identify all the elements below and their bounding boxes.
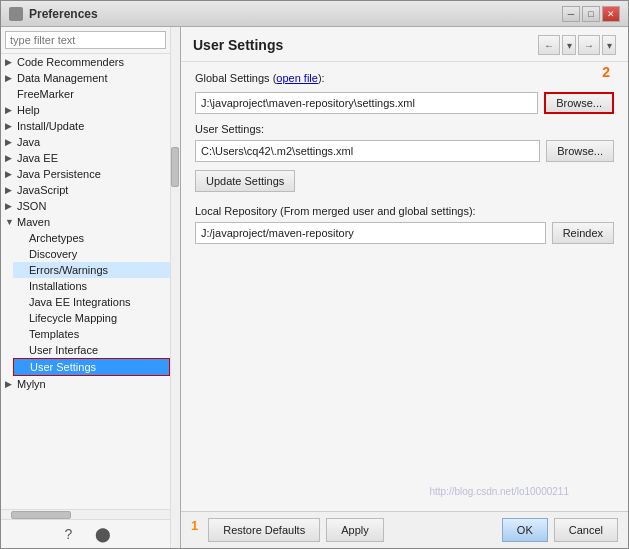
sidebar-item-java-ee[interactable]: ▶ Java EE: [1, 150, 170, 166]
sidebar-item-label: Installations: [29, 280, 87, 292]
expand-arrow: ▶: [5, 105, 17, 115]
vertical-scrollbar[interactable]: [170, 27, 180, 548]
update-settings-button[interactable]: Update Settings: [195, 170, 295, 192]
sidebar-item-label: Data Management: [17, 72, 108, 84]
sidebar-item-discovery[interactable]: Discovery: [13, 246, 170, 262]
filter-input[interactable]: [5, 31, 166, 49]
apply-button[interactable]: Apply: [326, 518, 384, 542]
sidebar-item-installations[interactable]: Installations: [13, 278, 170, 294]
minimize-button[interactable]: ─: [562, 6, 580, 22]
restore-defaults-button[interactable]: Restore Defaults: [208, 518, 320, 542]
browse-button-2[interactable]: Browse...: [546, 140, 614, 162]
forward-dropdown[interactable]: ▾: [602, 35, 616, 55]
main-panel: User Settings ← ▾ → ▾ 2 Global Settings …: [181, 27, 628, 548]
badge-2: 2: [602, 64, 610, 80]
sidebar-item-label: Java Persistence: [17, 168, 101, 180]
sidebar-item-label: Java EE: [17, 152, 58, 164]
cancel-button[interactable]: Cancel: [554, 518, 618, 542]
expand-arrow: ▶: [5, 73, 17, 83]
scrollbar-thumb[interactable]: [11, 511, 71, 519]
sidebar-item-java[interactable]: ▶ Java: [1, 134, 170, 150]
local-repo-input[interactable]: [195, 222, 546, 244]
sidebar-item-mylyn[interactable]: ▶ Mylyn: [1, 376, 170, 392]
sidebar-item-install-update[interactable]: ▶ Install/Update: [1, 118, 170, 134]
expand-arrow: ▶: [5, 379, 17, 389]
expand-arrow: ▶: [5, 201, 17, 211]
sidebar-item-help[interactable]: ▶ Help: [1, 102, 170, 118]
open-file-link[interactable]: open file: [276, 72, 318, 84]
sidebar-item-label: JavaScript: [17, 184, 68, 196]
back-button[interactable]: ←: [538, 35, 560, 55]
sidebar: ▶ Code Recommenders ▶ Data Management Fr…: [1, 27, 181, 548]
expand-arrow: ▶: [5, 169, 17, 179]
sidebar-item-label: User Settings: [30, 361, 96, 373]
horizontal-scrollbar[interactable]: [1, 509, 170, 519]
sidebar-item-label: Lifecycle Mapping: [29, 312, 117, 324]
back-dropdown[interactable]: ▾: [562, 35, 576, 55]
window-controls: ─ □ ✕: [562, 6, 620, 22]
sidebar-item-code-recommenders[interactable]: ▶ Code Recommenders: [1, 54, 170, 70]
expand-arrow: ▶: [5, 153, 17, 163]
close-button[interactable]: ✕: [602, 6, 620, 22]
sidebar-item-label: FreeMarker: [17, 88, 74, 100]
scrollbar-thumb[interactable]: [171, 147, 179, 187]
page-title: User Settings: [193, 37, 283, 53]
filter-box: [1, 27, 170, 54]
tree-area: ▶ Code Recommenders ▶ Data Management Fr…: [1, 54, 170, 509]
forward-button[interactable]: →: [578, 35, 600, 55]
user-settings-label: User Settings:: [195, 123, 264, 135]
expand-arrow: ▶: [5, 121, 17, 131]
user-settings-input[interactable]: [195, 140, 540, 162]
global-settings-label: Global Settings (open file):: [195, 72, 325, 84]
maximize-button[interactable]: □: [582, 6, 600, 22]
sidebar-item-label: Errors/Warnings: [29, 264, 108, 276]
sidebar-item-lifecycle-mapping[interactable]: Lifecycle Mapping: [13, 310, 170, 326]
global-settings-row: Browse...: [195, 92, 614, 114]
sidebar-item-archetypes[interactable]: Archetypes: [13, 230, 170, 246]
sidebar-item-label: Discovery: [29, 248, 77, 260]
user-settings-row: Browse...: [195, 140, 614, 162]
sidebar-item-label: Mylyn: [17, 378, 46, 390]
sidebar-item-java-ee-integration[interactable]: Java EE Integrations: [13, 294, 170, 310]
main-header: User Settings ← ▾ → ▾: [181, 27, 628, 62]
sidebar-item-java-persistence[interactable]: ▶ Java Persistence: [1, 166, 170, 182]
sidebar-item-user-settings[interactable]: User Settings: [13, 358, 170, 376]
badge-1: 1: [191, 518, 198, 542]
sidebar-item-label: Help: [17, 104, 40, 116]
main-content: 2 Global Settings (open file): Browse...…: [181, 62, 628, 511]
info-icon-button[interactable]: ⬤: [91, 524, 115, 544]
sidebar-item-label: Archetypes: [29, 232, 84, 244]
main-footer: 1 Restore Defaults Apply OK Cancel: [181, 511, 628, 548]
content-area: ▶ Code Recommenders ▶ Data Management Fr…: [1, 27, 628, 548]
sidebar-item-label: Install/Update: [17, 120, 84, 132]
help-icon-button[interactable]: ?: [57, 524, 81, 544]
sidebar-item-errors-warnings[interactable]: Errors/Warnings: [13, 262, 170, 278]
ok-button[interactable]: OK: [502, 518, 548, 542]
expand-arrow: ▶: [5, 57, 17, 67]
sidebar-item-label: Maven: [17, 216, 50, 228]
local-repo-row: Reindex: [195, 222, 614, 244]
sidebar-item-templates[interactable]: Templates: [13, 326, 170, 342]
sidebar-item-user-interface[interactable]: User Interface: [13, 342, 170, 358]
expand-arrow: ▼: [5, 217, 17, 227]
reindex-button[interactable]: Reindex: [552, 222, 614, 244]
local-repo-label: Local Repository (From merged user and g…: [195, 205, 476, 217]
expand-arrow: ▶: [5, 185, 17, 195]
sidebar-item-label: Java EE Integrations: [29, 296, 131, 308]
sidebar-item-maven[interactable]: ▼ Maven: [1, 214, 170, 230]
sidebar-item-json[interactable]: ▶ JSON: [1, 198, 170, 214]
window-icon: [9, 7, 23, 21]
expand-arrow: ▶: [5, 137, 17, 147]
window-title: Preferences: [29, 7, 98, 21]
title-bar: Preferences ─ □ ✕: [1, 1, 628, 27]
sidebar-item-freemarker[interactable]: FreeMarker: [1, 86, 170, 102]
sidebar-item-label: Code Recommenders: [17, 56, 124, 68]
sidebar-item-data-management[interactable]: ▶ Data Management: [1, 70, 170, 86]
sidebar-item-javascript[interactable]: ▶ JavaScript: [1, 182, 170, 198]
preferences-window: Preferences ─ □ ✕ ▶ Code Recommenders: [0, 0, 629, 549]
global-settings-input[interactable]: [195, 92, 538, 114]
sidebar-item-label: JSON: [17, 200, 46, 212]
sidebar-footer: ? ⬤: [1, 519, 170, 548]
sidebar-item-label: User Interface: [29, 344, 98, 356]
browse-button-1[interactable]: Browse...: [544, 92, 614, 114]
